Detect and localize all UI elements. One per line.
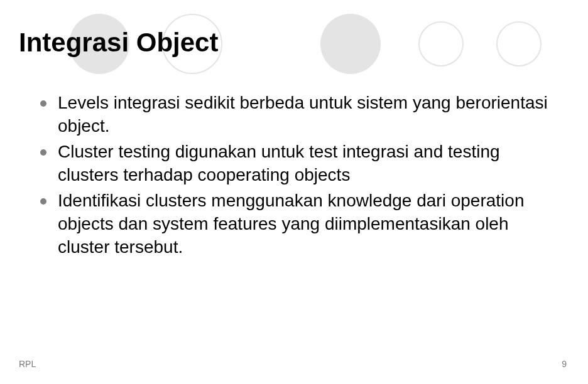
bullet-icon <box>40 100 46 107</box>
bullet-icon <box>40 149 46 156</box>
decor-circle <box>418 21 464 67</box>
list-item: Identifikasi clusters menggunakan knowle… <box>40 189 555 259</box>
bullet-list: Levels integrasi sedikit berbeda untuk s… <box>40 92 555 262</box>
bullet-text: Identifikasi clusters menggunakan knowle… <box>58 189 555 259</box>
list-item: Cluster testing digunakan untuk test int… <box>40 141 555 187</box>
bullet-text: Levels integrasi sedikit berbeda untuk s… <box>58 92 555 138</box>
decor-circle <box>496 21 542 67</box>
footer-label: RPL <box>19 359 36 369</box>
list-item: Levels integrasi sedikit berbeda untuk s… <box>40 92 555 138</box>
bullet-text: Cluster testing digunakan untuk test int… <box>58 141 555 187</box>
decor-circle <box>320 14 381 74</box>
bullet-icon <box>40 198 46 205</box>
page-number: 9 <box>562 359 567 369</box>
slide-title: Integrasi Object <box>19 28 218 58</box>
